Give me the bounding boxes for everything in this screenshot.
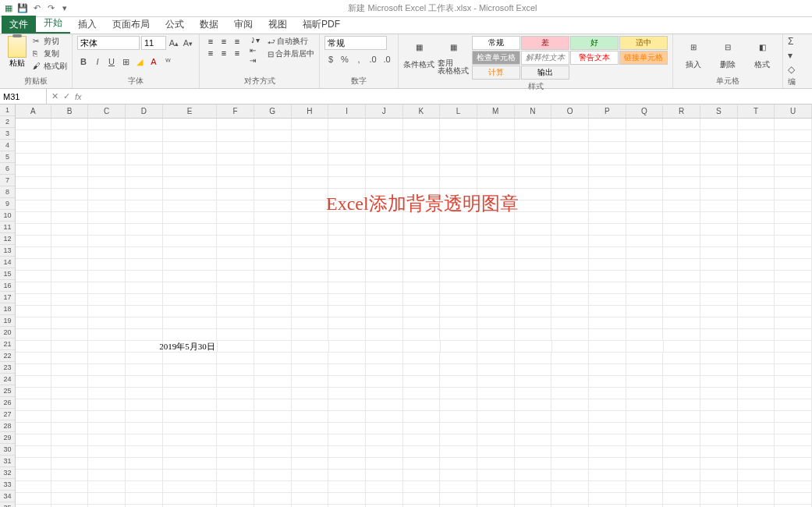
cell[interactable] [328, 470, 366, 481]
row-header[interactable]: 16 [0, 280, 15, 292]
cell[interactable] [700, 481, 738, 493]
cell[interactable] [700, 458, 738, 470]
cell[interactable] [477, 236, 515, 247]
cell[interactable] [328, 364, 366, 376]
style-calc[interactable]: 计算 [472, 66, 520, 80]
cell[interactable] [88, 458, 126, 470]
row-header[interactable]: 22 [0, 350, 15, 362]
cell[interactable] [16, 376, 51, 388]
cell[interactable] [551, 247, 589, 259]
cell[interactable] [700, 212, 738, 224]
cell[interactable] [589, 119, 626, 130]
cell[interactable] [403, 329, 441, 341]
cell[interactable] [663, 388, 700, 399]
cell[interactable] [700, 247, 738, 259]
clear-icon[interactable]: ◇ [788, 64, 795, 75]
cell[interactable] [88, 224, 126, 236]
cell[interactable] [51, 130, 89, 142]
cell[interactable] [163, 236, 218, 247]
cell[interactable] [775, 434, 812, 446]
cancel-icon[interactable]: ✕ [51, 91, 59, 101]
cell[interactable] [440, 165, 477, 177]
cell[interactable] [366, 177, 403, 189]
cell[interactable] [440, 130, 477, 142]
cell[interactable] [217, 399, 254, 411]
cell[interactable] [88, 165, 126, 177]
cell[interactable] [16, 388, 51, 399]
cell[interactable] [366, 341, 403, 353]
cell[interactable] [515, 177, 552, 189]
align-right-icon[interactable]: ≡ [231, 48, 243, 58]
cell[interactable] [163, 481, 218, 493]
increase-font-icon[interactable]: A▴ [168, 37, 180, 49]
cell[interactable] [366, 271, 403, 282]
cell[interactable] [775, 329, 812, 341]
cell[interactable] [16, 236, 51, 247]
cell[interactable] [477, 470, 515, 481]
cell[interactable] [126, 236, 163, 247]
cell[interactable] [738, 154, 775, 165]
cell[interactable] [738, 200, 775, 212]
cell[interactable] [16, 481, 51, 493]
name-box[interactable]: M31 [0, 89, 47, 104]
cell[interactable] [515, 259, 552, 271]
cell[interactable] [88, 282, 126, 294]
row-header[interactable]: 12 [0, 233, 15, 245]
cell[interactable] [328, 130, 366, 142]
cell[interactable] [292, 399, 329, 411]
row-header[interactable]: 9 [0, 198, 15, 210]
cell[interactable] [366, 388, 403, 399]
cell[interactable] [775, 423, 812, 434]
cell[interactable] [292, 353, 329, 364]
cell[interactable] [163, 388, 218, 399]
cell[interactable] [700, 294, 738, 306]
cell[interactable] [51, 470, 89, 481]
cell[interactable] [88, 434, 126, 446]
cell[interactable] [328, 142, 366, 154]
cell[interactable] [16, 423, 51, 434]
cell[interactable] [626, 247, 664, 259]
cell[interactable] [477, 329, 515, 341]
cell[interactable] [440, 142, 477, 154]
cell[interactable] [477, 165, 515, 177]
cell[interactable] [126, 271, 163, 282]
cell[interactable] [88, 329, 126, 341]
cell[interactable] [775, 481, 812, 493]
comma-icon[interactable]: , [353, 53, 365, 66]
row-header[interactable]: 14 [0, 257, 15, 268]
cell[interactable] [551, 364, 589, 376]
cell[interactable] [551, 271, 589, 282]
cell[interactable] [328, 481, 366, 493]
cell[interactable] [254, 306, 292, 317]
cell[interactable] [663, 434, 700, 446]
cell[interactable] [88, 388, 126, 399]
cell[interactable] [126, 341, 163, 353]
cell[interactable] [292, 247, 329, 259]
cell[interactable] [551, 282, 589, 294]
cell[interactable] [51, 247, 89, 259]
cell[interactable] [477, 458, 515, 470]
cell[interactable] [163, 189, 218, 200]
cell[interactable] [477, 142, 515, 154]
cell[interactable] [51, 317, 89, 329]
cell[interactable] [589, 247, 626, 259]
cell[interactable] [589, 470, 626, 481]
cell[interactable] [738, 411, 775, 423]
cell[interactable] [51, 189, 89, 200]
cell[interactable] [663, 399, 700, 411]
cell[interactable] [738, 493, 775, 505]
cell[interactable] [551, 259, 589, 271]
cell[interactable] [626, 446, 664, 458]
cell[interactable] [254, 259, 292, 271]
cell[interactable] [292, 177, 329, 189]
cell[interactable] [440, 458, 477, 470]
cell[interactable] [16, 470, 51, 481]
cell[interactable] [16, 177, 51, 189]
cell[interactable] [126, 189, 163, 200]
cell[interactable] [440, 364, 477, 376]
cell[interactable] [440, 317, 477, 329]
cell[interactable] [163, 399, 218, 411]
cell[interactable] [366, 493, 403, 505]
merge-center-button[interactable]: ⊟合并后居中 [268, 48, 314, 59]
cell[interactable] [515, 119, 552, 130]
